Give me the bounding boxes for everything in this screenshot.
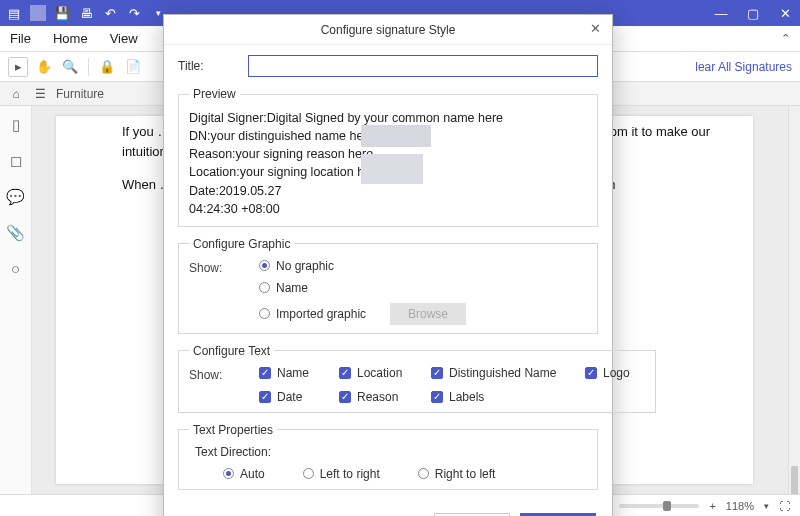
radio-icon (303, 468, 314, 479)
show-label: Show: (189, 259, 245, 275)
checkbox-location[interactable]: Location (339, 366, 427, 380)
check-icon (585, 367, 597, 379)
checkbox-distinguished-name[interactable]: Distinguished Name (431, 366, 581, 380)
checkbox-labels[interactable]: Labels (431, 390, 581, 404)
checkbox-label: Name (277, 366, 309, 380)
radio-imported-graphic[interactable]: Imported graphic Browse (259, 303, 466, 325)
configure-signature-style-dialog: Configure signature Style ✕ Title: Previ… (163, 14, 613, 516)
preview-graphic-placeholder (361, 154, 423, 184)
radio-no-graphic[interactable]: No graphic (259, 259, 466, 273)
check-icon (431, 391, 443, 403)
radio-icon (418, 468, 429, 479)
preview-graphic-placeholder (361, 125, 431, 147)
radio-label: No graphic (276, 259, 334, 273)
checkbox-date[interactable]: Date (259, 390, 335, 404)
app-window: ▤ 💾 🖶 ↶ ↷ ▾ — ▢ ✕ File Home View ⌃ ▸ ✋ 🔍… (0, 0, 800, 516)
dialog-title: Configure signature Style (321, 23, 456, 37)
radio-label: Right to left (435, 467, 496, 481)
checkbox-label: Labels (449, 390, 484, 404)
dialog-overlay: Configure signature Style ✕ Title: Previ… (0, 0, 800, 516)
text-properties-group: Text Properties Text Direction: Auto Lef… (178, 423, 598, 490)
radio-icon (223, 468, 234, 479)
text-properties-legend: Text Properties (189, 423, 277, 437)
browse-button: Browse (390, 303, 466, 325)
radio-label: Left to right (320, 467, 380, 481)
radio-left-to-right[interactable]: Left to right (303, 467, 380, 481)
radio-icon (259, 308, 270, 319)
radio-right-to-left[interactable]: Right to left (418, 467, 496, 481)
radio-label: Imported graphic (276, 307, 366, 321)
dialog-body: Title: Preview Digital Signer:Digital Si… (164, 45, 612, 504)
radio-name[interactable]: Name (259, 281, 466, 295)
preview-group: Preview Digital Signer:Digital Signed by… (178, 87, 598, 227)
check-icon (339, 367, 351, 379)
configure-graphic-legend: Configure Graphic (189, 237, 294, 251)
checkbox-label: Date (277, 390, 302, 404)
radio-label: Auto (240, 467, 265, 481)
dialog-close-icon[interactable]: ✕ (586, 21, 604, 39)
preview-legend: Preview (189, 87, 240, 101)
check-icon (339, 391, 351, 403)
check-icon (431, 367, 443, 379)
configure-text-legend: Configure Text (189, 344, 274, 358)
checkbox-logo[interactable]: Logo (585, 366, 645, 380)
checkbox-label: Location (357, 366, 402, 380)
checkbox-reason[interactable]: Reason (339, 390, 427, 404)
show-label: Show: (189, 366, 245, 382)
radio-auto[interactable]: Auto (223, 467, 265, 481)
configure-text-group: Configure Text Show: Name Location Disti… (178, 344, 656, 413)
radio-icon (259, 282, 270, 293)
radio-icon (259, 260, 270, 271)
checkbox-label: Logo (603, 366, 630, 380)
checkbox-label: Distinguished Name (449, 366, 556, 380)
title-label: Title: (178, 59, 234, 73)
check-icon (259, 367, 271, 379)
checkbox-label: Reason (357, 390, 398, 404)
preview-line: Date:2019.05.27 (189, 182, 587, 200)
configure-graphic-group: Configure Graphic Show: No graphic Name (178, 237, 598, 334)
text-direction-label: Text Direction: (195, 445, 587, 459)
preview-content: Digital Signer:Digital Signed by your co… (189, 109, 587, 218)
preview-line: 04:24:30 +08:00 (189, 200, 587, 218)
radio-label: Name (276, 281, 308, 295)
dialog-titlebar: Configure signature Style ✕ (164, 15, 612, 45)
checkbox-name[interactable]: Name (259, 366, 335, 380)
title-input[interactable] (248, 55, 598, 77)
dialog-footer: Cancel OK (164, 504, 612, 516)
check-icon (259, 391, 271, 403)
